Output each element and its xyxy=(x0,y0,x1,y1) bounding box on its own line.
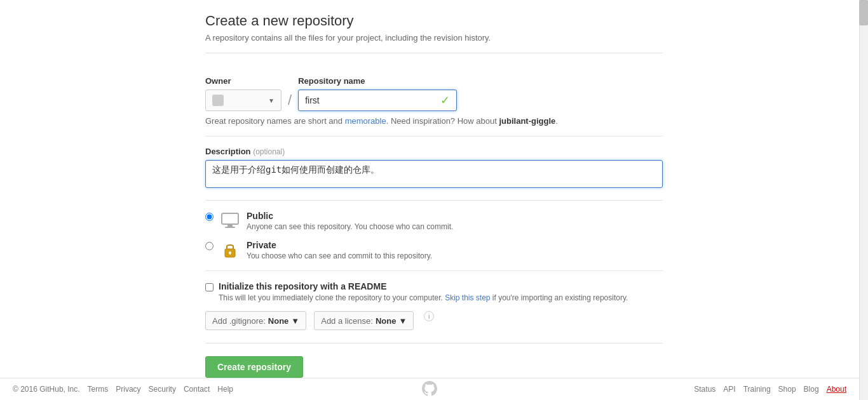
suggested-name: jubilant-giggle xyxy=(499,116,555,126)
footer-about-link[interactable]: About xyxy=(827,385,846,394)
readme-option: Initialize this repository with a README… xyxy=(205,281,663,302)
license-label: Add a license: xyxy=(321,316,373,326)
public-icon xyxy=(220,211,240,231)
private-option: Private You choose who can see and commi… xyxy=(205,240,663,260)
repo-name-label: Repository name xyxy=(298,76,457,86)
private-desc: You choose who can see and commit to thi… xyxy=(247,251,663,260)
create-repository-button[interactable]: Create repository xyxy=(205,356,303,378)
gitignore-arrow-icon: ▼ xyxy=(291,316,299,326)
scrollbar[interactable] xyxy=(859,0,868,400)
svg-rect-0 xyxy=(222,213,238,224)
footer-center xyxy=(422,381,437,398)
public-title: Public xyxy=(247,211,663,221)
footer-security-link[interactable]: Security xyxy=(149,385,176,394)
suggestion-text: Great repository names are short and mem… xyxy=(205,116,663,126)
license-dropdown[interactable]: Add a license: None ▼ xyxy=(314,311,414,330)
copyright-text: © 2016 GitHub, Inc. xyxy=(13,385,80,394)
owner-dropdown[interactable]: ▼ xyxy=(205,90,281,111)
readme-checkbox[interactable] xyxy=(205,283,214,291)
skip-step-link[interactable]: Skip this step xyxy=(445,293,490,302)
footer-right: Status API Training Shop Blog About xyxy=(694,385,846,394)
owner-name xyxy=(227,96,264,105)
repo-name-input[interactable] xyxy=(305,95,437,105)
owner-dropdown-arrow-icon: ▼ xyxy=(268,97,275,104)
dropdowns-row: Add .gitignore: None ▼ Add a license: No… xyxy=(205,311,663,333)
description-input[interactable]: 这是用于介绍git如何使用而创建的仓库。 xyxy=(205,160,663,188)
info-icon[interactable]: i xyxy=(424,311,434,321)
footer-privacy-link[interactable]: Privacy xyxy=(116,385,140,394)
readme-desc: This will let you immediately clone the … xyxy=(219,293,628,302)
footer-terms-link[interactable]: Terms xyxy=(88,385,109,394)
public-desc: Anyone can see this repository. You choo… xyxy=(247,222,663,231)
license-value: None xyxy=(376,316,397,326)
memorable-link[interactable]: memorable xyxy=(345,116,386,126)
gitignore-value: None xyxy=(268,316,289,326)
footer-shop-link[interactable]: Shop xyxy=(778,385,796,394)
footer-status-link[interactable]: Status xyxy=(694,385,715,394)
github-logo-icon xyxy=(422,381,437,396)
footer-api-link[interactable]: API xyxy=(723,385,735,394)
owner-label: Owner xyxy=(205,76,281,86)
scrollbar-thumb[interactable] xyxy=(859,0,868,25)
public-option: Public Anyone can see this repository. Y… xyxy=(205,211,663,231)
public-radio[interactable] xyxy=(205,213,214,221)
private-title: Private xyxy=(247,240,663,250)
page-title: Create a new repository xyxy=(205,13,663,29)
footer: © 2016 GitHub, Inc. Terms Privacy Securi… xyxy=(0,378,859,400)
footer-training-link[interactable]: Training xyxy=(743,385,771,394)
footer-contact-link[interactable]: Contact xyxy=(184,385,210,394)
svg-rect-2 xyxy=(225,227,235,228)
private-radio[interactable] xyxy=(205,242,214,250)
description-label: Description (optional) xyxy=(205,147,663,156)
svg-rect-5 xyxy=(229,253,231,255)
gitignore-label: Add .gitignore: xyxy=(212,316,266,326)
gitignore-dropdown[interactable]: Add .gitignore: None ▼ xyxy=(205,311,306,330)
owner-avatar-icon xyxy=(212,95,224,106)
footer-help-link[interactable]: Help xyxy=(217,385,233,394)
svg-rect-1 xyxy=(227,224,233,227)
private-icon xyxy=(220,240,240,260)
footer-blog-link[interactable]: Blog xyxy=(804,385,819,394)
readme-title: Initialize this repository with a README xyxy=(219,281,628,291)
repo-name-field-wrapper: ✓ xyxy=(298,90,457,111)
check-icon: ✓ xyxy=(440,93,450,107)
license-arrow-icon: ▼ xyxy=(398,316,407,326)
footer-left: © 2016 GitHub, Inc. Terms Privacy Securi… xyxy=(13,385,233,394)
slash-divider: / xyxy=(285,90,294,111)
page-subtitle: A repository contains all the files for … xyxy=(205,33,663,53)
